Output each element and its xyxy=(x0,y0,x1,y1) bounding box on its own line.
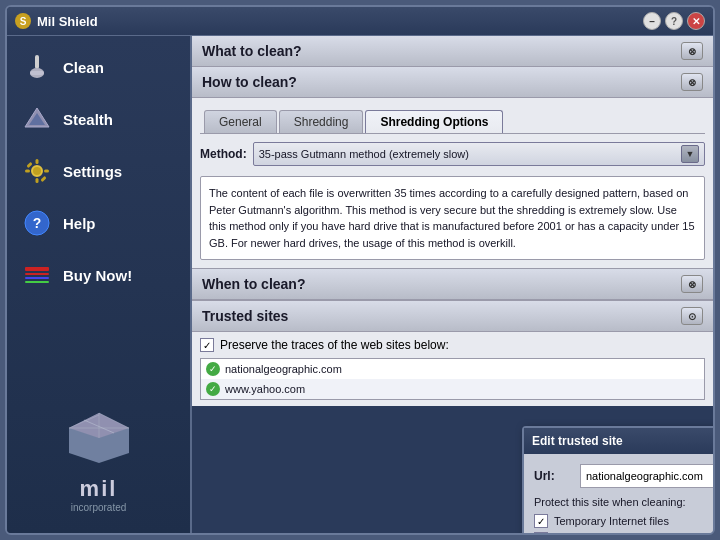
trusted-list: ✓ nationalgeographic.com ✓ www.yahoo.com xyxy=(200,358,705,400)
trusted-sites-header: Trusted sites ⊙ xyxy=(192,300,713,332)
sidebar: Clean Stealth xyxy=(7,36,192,533)
site-check-icon: ✓ xyxy=(206,382,220,396)
list-item[interactable]: ✓ nationalgeographic.com xyxy=(201,359,704,379)
method-row: Method: 35-pass Gutmann method (extremel… xyxy=(200,140,705,168)
svg-rect-10 xyxy=(26,162,32,168)
when-to-clean-title: When to clean? xyxy=(202,276,305,292)
trusted-preserve-row: ✓ Preserve the traces of the web sites b… xyxy=(200,338,705,352)
method-select[interactable]: 35-pass Gutmann method (extremely slow) … xyxy=(253,142,705,166)
trusted-sites-body: ✓ Preserve the traces of the web sites b… xyxy=(192,332,713,406)
tabs-container: General Shredding Shredding Options xyxy=(200,106,705,134)
when-to-clean-header: When to clean? ⊗ xyxy=(192,268,713,300)
help-icon: ? xyxy=(21,207,53,239)
protect-label: Protect this site when cleaning: xyxy=(534,496,713,508)
help-button[interactable]: ? xyxy=(665,12,683,30)
sidebar-label-help: Help xyxy=(63,215,96,232)
window-controls: – ? ✕ xyxy=(643,12,705,30)
tab-general[interactable]: General xyxy=(204,110,277,133)
url-input[interactable]: nationalgeographic.com ▼ xyxy=(580,464,713,488)
trusted-sites-collapse[interactable]: ⊙ xyxy=(681,307,703,325)
temp-files-checkbox[interactable]: ✓ xyxy=(534,514,548,528)
how-to-clean-body: General Shredding Shredding Options Meth… xyxy=(192,98,713,268)
title-bar: S Mil Shield – ? ✕ xyxy=(7,7,713,36)
what-to-clean-collapse[interactable]: ⊗ xyxy=(681,42,703,60)
preserve-checkbox[interactable]: ✓ xyxy=(200,338,214,352)
sidebar-label-settings: Settings xyxy=(63,163,122,180)
svg-rect-14 xyxy=(25,267,49,271)
svg-rect-7 xyxy=(36,178,39,183)
app-icon: S xyxy=(15,13,31,29)
svg-point-5 xyxy=(32,166,42,176)
minimize-button[interactable]: – xyxy=(643,12,661,30)
dialog-body: Url: nationalgeographic.com ▼ Protect th… xyxy=(524,454,713,533)
when-to-clean-collapse[interactable]: ⊗ xyxy=(681,275,703,293)
buynow-icon xyxy=(21,259,53,291)
right-panel: What to clean? ⊗ How to clean? ⊗ General… xyxy=(192,36,713,406)
sidebar-item-settings[interactable]: Settings xyxy=(7,145,190,197)
sidebar-label-buynow: Buy Now! xyxy=(63,267,132,284)
right-panel-wrapper: What to clean? ⊗ How to clean? ⊗ General… xyxy=(192,36,713,533)
checkbox-row-cookies: ✓ Cookies and UserData records xyxy=(534,532,713,533)
url-label: Url: xyxy=(534,469,574,483)
svg-rect-8 xyxy=(25,170,30,173)
settings-icon xyxy=(21,155,53,187)
list-item[interactable]: ✓ www.yahoo.com xyxy=(201,379,704,399)
cookies-checkbox[interactable]: ✓ xyxy=(534,532,548,533)
how-to-clean-header: How to clean? ⊗ xyxy=(192,67,713,98)
method-label: Method: xyxy=(200,147,247,161)
dialog-title: Edit trusted site xyxy=(532,434,623,448)
url-value: nationalgeographic.com xyxy=(586,470,703,482)
how-to-clean-collapse[interactable]: ⊗ xyxy=(681,73,703,91)
tab-shredding-options[interactable]: Shredding Options xyxy=(365,110,503,133)
trusted-sites-title: Trusted sites xyxy=(202,308,288,324)
temp-files-label: Temporary Internet files xyxy=(554,515,669,527)
site-check-icon: ✓ xyxy=(206,362,220,376)
url-row: Url: nationalgeographic.com ▼ xyxy=(534,464,713,488)
what-to-clean-header: What to clean? ⊗ xyxy=(192,36,713,67)
main-window: S Mil Shield – ? ✕ Clean xyxy=(5,5,715,535)
close-button[interactable]: ✕ xyxy=(687,12,705,30)
logo-text: mil xyxy=(80,476,118,502)
window-title: Mil Shield xyxy=(37,14,643,29)
svg-rect-2 xyxy=(30,71,44,75)
stealth-icon xyxy=(21,103,53,135)
sidebar-item-help[interactable]: ? Help xyxy=(7,197,190,249)
edit-trusted-site-dialog: Edit trusted site ? ✕ Url: nationalgeogr… xyxy=(522,426,713,533)
what-to-clean-title: What to clean? xyxy=(202,43,302,59)
method-description: The content of each file is overwritten … xyxy=(200,176,705,260)
dialog-title-bar: Edit trusted site ? ✕ xyxy=(524,428,713,454)
svg-rect-6 xyxy=(36,159,39,164)
svg-rect-17 xyxy=(25,281,49,283)
svg-rect-11 xyxy=(40,176,46,182)
site-name: www.yahoo.com xyxy=(225,383,305,395)
logo-cube-icon xyxy=(64,408,134,468)
clean-icon xyxy=(21,51,53,83)
sidebar-item-buynow[interactable]: Buy Now! xyxy=(7,249,190,301)
method-value: 35-pass Gutmann method (extremely slow) xyxy=(259,148,469,160)
checkbox-row-temp: ✓ Temporary Internet files xyxy=(534,514,713,528)
svg-rect-16 xyxy=(25,277,49,279)
preserve-label: Preserve the traces of the web sites bel… xyxy=(220,338,449,352)
svg-text:?: ? xyxy=(33,215,42,231)
method-dropdown-arrow[interactable]: ▼ xyxy=(681,145,699,163)
sidebar-logo: mil incorporated xyxy=(7,388,190,533)
svg-rect-9 xyxy=(44,170,49,173)
sidebar-item-stealth[interactable]: Stealth xyxy=(7,93,190,145)
svg-rect-0 xyxy=(35,55,39,69)
sidebar-label-clean: Clean xyxy=(63,59,104,76)
site-name: nationalgeographic.com xyxy=(225,363,342,375)
sidebar-label-stealth: Stealth xyxy=(63,111,113,128)
svg-rect-15 xyxy=(25,273,49,275)
tab-shredding[interactable]: Shredding xyxy=(279,110,364,133)
logo-subtext: incorporated xyxy=(71,502,127,513)
how-to-clean-title: How to clean? xyxy=(202,74,297,90)
main-content: Clean Stealth xyxy=(7,36,713,533)
sidebar-item-clean[interactable]: Clean xyxy=(7,41,190,93)
